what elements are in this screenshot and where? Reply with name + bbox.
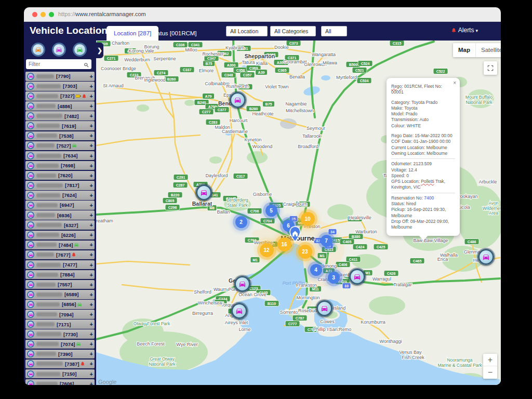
vehicle-row[interactable]: [6947]+ xyxy=(25,201,95,210)
vehicle-row[interactable]: [6936]+ xyxy=(25,210,95,220)
all-filter-select[interactable]: All xyxy=(321,26,347,36)
vehicle-row[interactable]: [7790]+ xyxy=(25,72,95,81)
expand-row-button[interactable]: + xyxy=(90,272,93,278)
vehicle-row[interactable]: [6589]+ xyxy=(25,290,95,299)
filter-input[interactable] xyxy=(29,60,78,68)
vehicle-row[interactable]: [7303]+ xyxy=(25,82,95,91)
expand-row-button[interactable]: + xyxy=(90,142,93,149)
vehicle-row[interactable]: [7387]+ xyxy=(25,360,95,369)
vehicle-row[interactable]: [7094]+ xyxy=(25,310,95,319)
vehicle-marker[interactable] xyxy=(230,92,246,108)
expand-row-button[interactable]: + xyxy=(90,212,93,218)
expand-row-button[interactable]: + xyxy=(90,172,93,179)
filter-orange-vehicles-button[interactable] xyxy=(31,43,45,57)
expand-row-button[interactable]: + xyxy=(90,83,93,89)
expand-row-button[interactable]: + xyxy=(90,291,93,298)
vehicle-row[interactable]: [7482]+ xyxy=(25,111,95,121)
vehicle-row[interactable]: [7817]+ xyxy=(25,181,95,190)
expand-row-button[interactable]: + xyxy=(90,301,93,308)
reservation-link[interactable]: 7400 xyxy=(424,195,434,201)
expand-row-button[interactable]: + xyxy=(90,282,93,288)
expand-row-button[interactable]: + xyxy=(90,132,93,139)
expand-row-button[interactable]: + xyxy=(90,163,93,169)
expand-row-button[interactable]: + xyxy=(90,371,93,377)
address-bar[interactable]: https://www.rentalcarmanager.com xyxy=(58,11,146,17)
vehicle-row[interactable]: [7538]+ xyxy=(25,131,95,141)
vehicle-row[interactable]: [6226]+ xyxy=(25,231,95,240)
expand-row-button[interactable]: + xyxy=(90,153,93,159)
expand-row-button[interactable]: + xyxy=(90,182,93,189)
expand-row-button[interactable]: + xyxy=(90,351,93,357)
vehicle-marker[interactable] xyxy=(234,276,250,292)
vehicle-row[interactable]: [7677]+ xyxy=(25,250,95,260)
filter-green-vehicles-button[interactable] xyxy=(73,43,87,57)
zoom-out-button[interactable]: − xyxy=(483,366,497,379)
vehicle-row[interactable]: [6856]+ xyxy=(25,300,95,309)
expand-row-button[interactable]: + xyxy=(90,262,93,268)
map[interactable]: C239C336C341C351C373C315A79C271C273C274B… xyxy=(96,41,501,385)
expand-row-button[interactable]: + xyxy=(90,123,93,129)
vehicle-row[interactable]: [7557]+ xyxy=(25,280,95,289)
vehicle-marker[interactable] xyxy=(478,249,494,265)
vehicle-row[interactable]: [7634]+ xyxy=(25,151,95,161)
vehicle-row[interactable]: [7477]+ xyxy=(25,260,95,270)
expand-row-button[interactable]: + xyxy=(90,341,93,347)
expand-row-button[interactable]: + xyxy=(90,113,93,119)
fullscreen-button[interactable] xyxy=(484,61,497,75)
cluster-marker[interactable]: 12 xyxy=(260,243,274,257)
home-location-pin[interactable] xyxy=(288,225,302,245)
cluster-marker[interactable]: 7 xyxy=(321,235,332,247)
vehicle-row[interactable]: [7074]+ xyxy=(25,340,95,349)
vehicle-row[interactable]: [7624]+ xyxy=(25,191,95,200)
expand-row-button[interactable]: + xyxy=(90,331,93,337)
zoom-in-button[interactable]: + xyxy=(483,354,497,366)
vehicle-row[interactable]: [7620]+ xyxy=(25,171,95,180)
tab-status[interactable]: Status [001RCM] xyxy=(151,26,197,41)
expand-row-button[interactable]: + xyxy=(90,202,93,208)
vehicle-row[interactable]: [7150]+ xyxy=(25,369,95,379)
categories-filter-select[interactable]: All Categories xyxy=(270,26,316,36)
vehicle-row[interactable]: [7884]+ xyxy=(25,270,95,280)
cluster-marker[interactable]: 10 xyxy=(301,212,315,226)
cluster-marker[interactable]: 2 xyxy=(235,216,247,228)
cluster-marker[interactable]: 23 xyxy=(298,245,312,259)
expand-row-button[interactable]: + xyxy=(90,311,93,317)
expand-row-button[interactable]: + xyxy=(90,103,93,109)
expand-row-button[interactable]: + xyxy=(90,242,93,248)
expand-row-button[interactable]: + xyxy=(90,222,93,228)
vehicle-row[interactable]: [7527]+ xyxy=(25,141,95,151)
vehicle-row[interactable]: [7327]+ xyxy=(25,91,95,101)
zoom-window-button[interactable] xyxy=(49,12,54,17)
close-window-button[interactable] xyxy=(32,12,37,17)
expand-row-button[interactable]: + xyxy=(90,192,93,198)
map-button[interactable]: Map xyxy=(453,43,476,57)
expand-row-button[interactable]: + xyxy=(90,361,93,367)
satellite-button[interactable]: Satellite xyxy=(476,43,501,57)
expand-row-button[interactable]: + xyxy=(90,73,93,79)
vehicle-row[interactable]: [7484]+ xyxy=(25,241,95,250)
expand-row-button[interactable]: + xyxy=(90,232,93,238)
expand-row-button[interactable]: + xyxy=(90,321,93,327)
cluster-marker[interactable]: 4 xyxy=(310,264,322,276)
vehicle-marker[interactable] xyxy=(349,269,365,285)
close-icon[interactable]: × xyxy=(453,80,456,86)
vehicle-row[interactable]: [7390]+ xyxy=(25,350,95,359)
cluster-marker[interactable]: 3 xyxy=(328,272,340,284)
cluster-marker[interactable]: 5 xyxy=(265,205,277,217)
filter-magenta-vehicles-button[interactable] xyxy=(52,43,66,57)
search-icon[interactable] xyxy=(84,61,89,70)
vehicle-row[interactable]: [7606]+ xyxy=(25,379,95,385)
expand-row-button[interactable]: + xyxy=(90,381,93,385)
vehicle-marker[interactable] xyxy=(231,303,247,319)
location-filter-select[interactable]: All Location xyxy=(226,26,268,36)
vehicle-marker[interactable] xyxy=(316,300,332,316)
vehicle-row[interactable]: [7171]+ xyxy=(25,320,95,329)
expand-row-button[interactable]: + xyxy=(90,93,93,99)
alerts-dropdown[interactable]: Alerts▾ xyxy=(451,26,478,34)
expand-row-button[interactable]: + xyxy=(90,251,93,258)
minimize-window-button[interactable] xyxy=(41,12,46,17)
vehicle-row[interactable]: [4886]+ xyxy=(25,101,95,111)
vehicle-row[interactable]: [6327]+ xyxy=(25,220,95,230)
vehicle-row[interactable]: [7698]+ xyxy=(25,161,95,170)
sidebar-collapse-button[interactable]: ❯ xyxy=(96,43,103,58)
